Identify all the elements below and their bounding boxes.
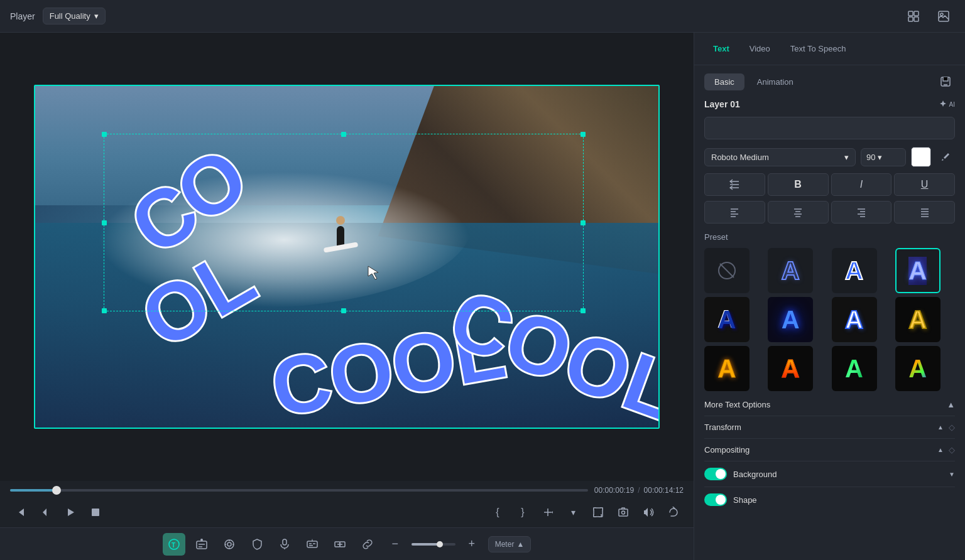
shield-button[interactable] [246,533,268,556]
font-selector[interactable]: Roboto Medium ▾ [704,148,856,166]
transform-section-header[interactable]: Transform ▲ ◇ [704,416,955,438]
zoom-track[interactable] [412,543,455,546]
undo-button[interactable] [663,502,684,522]
transform-label: Transform [704,423,741,432]
split-dropdown[interactable]: ▾ [563,502,583,522]
target-button[interactable] [218,533,241,556]
panel-tabs: Text Video Text To Speech [694,33,965,65]
more-options-chevron-icon: ▲ [947,400,955,409]
preset-8[interactable]: A [704,346,750,391]
progress-bar-track[interactable] [10,489,588,492]
link-button[interactable] [356,533,379,556]
shape-toggle[interactable] [704,493,727,506]
svg-point-13 [622,511,625,514]
bracket-open-button[interactable]: { [488,502,508,522]
tab-text[interactable]: Text [704,39,738,58]
format-row-1: B I U [704,173,955,196]
background-chevron-icon: ▼ [949,471,955,478]
align-row [704,201,955,223]
grid-view-button[interactable] [902,5,925,28]
eyedropper-button[interactable] [936,148,955,166]
preset-2[interactable]: A [832,248,877,293]
ai-edit-button[interactable]: AI [939,100,955,109]
bracket-close-button[interactable]: } [513,502,533,522]
font-row: Roboto Medium ▾ 90 ▾ [704,147,955,167]
preset-10[interactable]: A [832,346,877,391]
right-panel: Text Video Text To Speech Basic Animatio… [694,33,965,560]
total-time: 00:00:14:12 [644,486,684,495]
align-left-button[interactable] [704,201,765,223]
preset-3[interactable]: A [895,248,940,293]
time-display: 00:00:00:19 / 00:00:14:12 [594,486,684,495]
video-background [35,86,658,428]
panel-content: Basic Animation Layer 01 AI Roboto Med [694,65,965,560]
underline-button[interactable]: U [894,173,955,196]
bold-button[interactable]: B [768,173,829,196]
meter-chevron-icon: ▲ [516,540,524,549]
color-swatch[interactable] [911,147,931,167]
preset-7[interactable]: A [895,297,940,342]
line-height-button[interactable] [704,173,765,196]
zoom-in-button[interactable]: + [461,533,483,556]
play-button[interactable] [60,502,80,522]
main-area: CO OL COOL COOL [0,33,965,560]
screenshot-button[interactable] [613,502,633,522]
font-size-input[interactable]: 90 ▾ [861,148,906,166]
subtitle-button[interactable] [190,533,213,556]
preset-grid: A A A A A A A [704,248,955,391]
preset-9[interactable]: A [768,346,813,391]
trim-button[interactable] [538,502,558,522]
preset-5[interactable]: A [768,297,813,342]
preset-label: Preset [704,232,955,242]
step-back-button[interactable] [35,502,55,522]
preset-4[interactable]: A [704,297,750,342]
preset-11[interactable]: A [895,346,940,391]
quality-select[interactable]: Full Quality ▾ [43,8,106,24]
image-view-button[interactable] [932,5,955,28]
text-input[interactable] [704,117,955,139]
tab-tts[interactable]: Text To Speech [782,39,855,58]
top-bar-right [902,5,955,28]
font-chevron-icon: ▾ [844,153,849,162]
font-name: Roboto Medium [711,153,769,162]
captions-button[interactable] [301,533,324,556]
sub-tab-basic[interactable]: Basic [704,73,744,90]
convert-button[interactable] [329,533,351,556]
layer-label: Layer 01 [704,99,939,109]
align-center-button[interactable] [768,201,829,223]
mic-button[interactable] [273,533,296,556]
surfer-head [336,216,345,225]
compositing-section-header[interactable]: Compositing ▲ ◇ [704,438,955,461]
svg-rect-3 [914,17,919,21]
more-text-options-row[interactable]: More Text Options ▲ [704,400,955,409]
ai-label: AI [949,101,955,108]
volume-button[interactable] [638,502,658,522]
background-toggle[interactable] [704,468,727,480]
italic-button[interactable]: I [831,173,892,196]
align-right-button[interactable] [831,201,892,223]
zoom-handle[interactable] [437,541,443,547]
zoom-out-button[interactable]: − [384,533,406,556]
tab-video[interactable]: Video [741,39,779,58]
save-preset-button[interactable] [936,73,955,90]
compositing-controls: ▲ ◇ [937,445,955,455]
control-buttons: { } ▾ [10,500,684,525]
preset-6[interactable]: A [832,297,877,342]
text-tool-button[interactable]: T [163,533,185,556]
shape-label: Shape [733,495,955,505]
progress-handle[interactable] [52,486,61,495]
align-justify-button[interactable] [894,201,955,223]
skip-back-button[interactable] [10,502,30,522]
sub-tabs: Basic Animation [704,73,955,90]
video-wrapper: CO OL COOL COOL [34,85,660,429]
preset-none[interactable] [704,248,750,293]
compositing-label: Compositing [704,445,750,455]
meter-button[interactable]: Meter ▲ [488,536,532,552]
sub-tab-animation[interactable]: Animation [747,73,804,90]
zoom-slider-container [412,543,455,546]
stop-button[interactable] [85,502,106,522]
transform-diamond-icon: ◇ [949,423,955,432]
preset-1[interactable]: A [768,248,813,293]
quality-label: Full Quality [50,11,90,21]
fullscreen-button[interactable] [588,502,608,522]
